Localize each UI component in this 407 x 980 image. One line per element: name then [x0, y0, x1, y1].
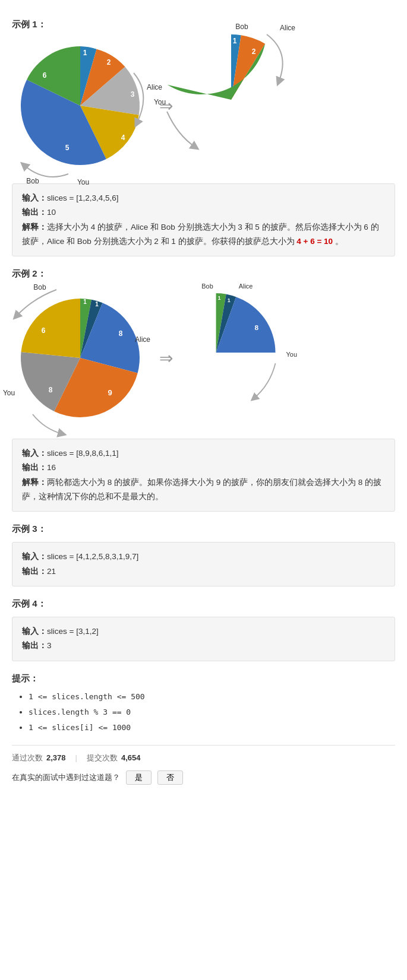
example3-title: 示例 3：: [12, 524, 395, 535]
svg-text:8: 8: [119, 329, 123, 338]
e3-input-value: slices = [4,1,2,5,8,3,1,9,7]: [47, 552, 138, 561]
example1-visual: 1 2 3 4 5 6 Alice You Bob ⇒ 1 2 6 Bob: [12, 37, 395, 174]
e1-explain-end: 。: [333, 237, 343, 246]
yes-button[interactable]: 是: [126, 770, 152, 785]
example1-title: 示例 1：: [12, 19, 395, 30]
e2-explain-label: 解释：: [22, 478, 47, 487]
example1-left-pie: 1 2 3 4 5 6 Alice You Bob: [12, 37, 149, 174]
svg-text:1: 1: [83, 299, 87, 305]
hint-list: 1 <= slices.length <= 500 slices.length …: [12, 689, 395, 735]
example2-visual: 1 1 8 9 8 6 Bob Alice You ⇒ 1 1 8 Bob Al…: [12, 287, 395, 429]
e3-output-value: 21: [47, 567, 56, 576]
svg-text:1: 1: [217, 296, 220, 302]
e2-output-value: 16: [47, 463, 56, 472]
e4-input-value: slices = [3,1,2]: [47, 627, 99, 636]
label6: 6: [43, 71, 47, 80]
e1-input-label: 输入：: [22, 194, 47, 202]
alice-label: Alice: [147, 83, 162, 91]
example1-code: 输入：slices = [1,2,3,4,5,6] 输出：10 解释：选择大小为…: [12, 183, 395, 256]
label2: 2: [107, 58, 111, 66]
e3-output-label: 输出：: [22, 567, 47, 576]
e1-input-value: slices = [1,2,3,4,5,6]: [47, 194, 118, 202]
svg-text:6: 6: [42, 326, 46, 335]
label4: 4: [121, 134, 125, 142]
e4-output-label: 输出：: [22, 641, 47, 650]
example3-code: 输入：slices = [4,1,2,5,8,3,1,9,7] 输出：21: [12, 542, 395, 586]
example4-title: 示例 4：: [12, 598, 395, 610]
stats-bar: 通过次数 2,378 | 提交次数 4,654: [12, 745, 395, 763]
svg-text:You: You: [3, 389, 15, 397]
e2-input-label: 输入：: [22, 449, 47, 458]
example2-right-pie: 1 1 8 Bob Alice You: [184, 299, 302, 417]
hint-title: 提示：: [12, 673, 395, 684]
example2-code: 输入：slices = [8,9,8,6,1,1] 输出：16 解释：两轮都选大…: [12, 439, 395, 512]
pass-label: 通过次数: [12, 753, 43, 763]
svg-text:8: 8: [49, 386, 53, 394]
svg-text:Bob: Bob: [33, 283, 46, 291]
hint-item-1: slices.length % 3 == 0: [29, 705, 395, 720]
rlabel1: 1: [233, 37, 237, 45]
example2-title: 示例 2：: [12, 268, 395, 280]
example1-right-pie: 1 2 6 Bob Alice You: [184, 46, 314, 165]
interview-question: 在真实的面试中遇到过这道题？ 是 否: [12, 770, 395, 785]
rbob: Bob: [235, 23, 248, 31]
hint-section: 提示： 1 <= slices.length <= 500 slices.len…: [12, 673, 395, 735]
you-label: You: [77, 178, 89, 186]
e1-output-value: 10: [47, 208, 56, 217]
e2-explain-text: 两轮都选大小为 8 的披萨。如果你选择大小为 9 的披萨，你的朋友们就会选择大小…: [22, 478, 381, 501]
hint-item-0: 1 <= slices.length <= 500: [29, 689, 395, 705]
e3-input-label: 输入：: [22, 552, 47, 561]
example2-left-pie: 1 1 8 9 8 6 Bob Alice You: [12, 287, 149, 429]
svg-text:Alice: Alice: [239, 283, 253, 290]
pass-value: 2,378: [46, 753, 66, 762]
arrow-example2: ⇒: [159, 348, 173, 368]
pass-stat: 通过次数 2,378: [12, 753, 66, 763]
submit-label: 提交次数: [87, 753, 118, 763]
svg-text:9: 9: [108, 389, 112, 398]
e2-input-value: slices = [8,9,8,6,1,1]: [47, 449, 118, 458]
label1: 1: [83, 49, 87, 57]
bob-label: Bob: [26, 177, 39, 185]
e1-output-label: 输出：: [22, 208, 47, 217]
rlabel2: 2: [252, 47, 256, 56]
e2-output-label: 输出：: [22, 463, 47, 472]
svg-text:1: 1: [95, 301, 99, 307]
svg-text:Alice: Alice: [135, 335, 150, 344]
label3: 3: [131, 90, 135, 99]
svg-text:You: You: [286, 351, 297, 359]
divider1: |: [75, 753, 77, 762]
e4-output-value: 3: [47, 641, 52, 650]
interview-text: 在真实的面试中遇到过这道题？: [12, 772, 120, 783]
example4-code: 输入：slices = [3,1,2] 输出：3: [12, 617, 395, 661]
submit-stat: 提交次数 4,654: [87, 753, 141, 763]
e1-explain-label: 解释：: [22, 223, 47, 231]
svg-text:1: 1: [228, 297, 231, 303]
ryou: You: [154, 98, 166, 106]
ralice: Alice: [280, 24, 295, 32]
svg-text:Bob: Bob: [201, 283, 213, 290]
label5: 5: [65, 144, 70, 152]
rlabel6: 6: [198, 62, 203, 71]
no-button[interactable]: 否: [157, 770, 183, 785]
svg-text:8: 8: [254, 324, 258, 332]
e4-input-label: 输入：: [22, 627, 47, 636]
e1-formula: 4 + 6 = 10: [296, 237, 333, 246]
hint-item-2: 1 <= slices[i] <= 1000: [29, 720, 395, 735]
submit-value: 4,654: [121, 753, 141, 762]
